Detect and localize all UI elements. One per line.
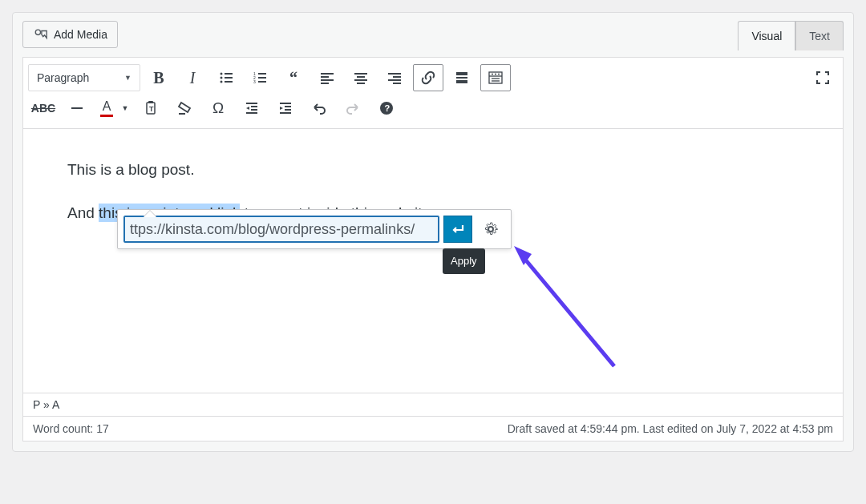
clear-formatting-button[interactable] (169, 95, 200, 122)
outdent-button[interactable] (237, 95, 267, 122)
svg-rect-23 (388, 79, 401, 81)
svg-marker-52 (514, 246, 532, 265)
svg-rect-48 (280, 112, 291, 114)
content-editor[interactable]: This is a blog post. And this is an inte… (22, 129, 844, 393)
svg-rect-16 (321, 83, 329, 84)
link-url-input[interactable] (123, 216, 439, 243)
svg-rect-4 (225, 77, 233, 79)
svg-point-0 (35, 30, 40, 34)
add-media-label: Add Media (54, 28, 107, 41)
svg-rect-13 (321, 73, 334, 75)
svg-rect-47 (285, 109, 291, 111)
fullscreen-button[interactable] (807, 64, 838, 91)
svg-line-51 (522, 256, 614, 366)
apply-link-button[interactable]: Apply (443, 216, 472, 243)
toolbar-row-1: Paragraph B I 123 “ (28, 62, 838, 93)
align-center-button[interactable] (346, 64, 376, 91)
word-count: Word count: 17 (33, 422, 109, 435)
svg-point-3 (221, 77, 223, 79)
paste-text-button[interactable]: T (136, 95, 166, 122)
save-status: Draft saved at 4:59:44 pm. Last edited o… (508, 422, 833, 435)
svg-rect-26 (456, 77, 467, 79)
svg-rect-25 (456, 72, 467, 75)
svg-rect-37 (148, 101, 153, 103)
align-right-button[interactable] (379, 64, 410, 91)
svg-point-5 (221, 81, 223, 83)
svg-rect-15 (321, 79, 334, 81)
add-media-button[interactable]: Add Media (22, 21, 118, 48)
gear-icon (483, 221, 499, 237)
italic-button[interactable]: I (177, 64, 208, 91)
tab-text[interactable]: Text (795, 21, 844, 50)
editor-top-bar: Add Media Visual Text (13, 13, 853, 50)
svg-rect-12 (258, 81, 266, 83)
annotation-arrow (514, 246, 626, 374)
indent-button[interactable] (270, 95, 301, 122)
special-character-button[interactable]: Ω (203, 95, 233, 122)
enter-icon (450, 221, 466, 237)
svg-point-1 (221, 73, 223, 75)
redo-button[interactable] (338, 95, 368, 122)
help-button[interactable]: ? (371, 95, 402, 122)
svg-marker-41 (246, 107, 249, 110)
align-left-button[interactable] (312, 64, 342, 91)
svg-rect-21 (388, 73, 401, 75)
svg-rect-42 (251, 109, 257, 111)
svg-rect-19 (354, 79, 367, 81)
svg-text:?: ? (385, 103, 391, 113)
toolbar-toggle-button[interactable] (480, 64, 511, 91)
undo-button[interactable] (304, 95, 334, 122)
editor-tabs: Visual Text (738, 21, 844, 50)
svg-rect-10 (258, 77, 266, 79)
text-color-button[interactable]: A ▼ (95, 95, 132, 122)
toolbar-row-2: ABC A ▼ T Ω (28, 93, 838, 123)
text-color-dropdown[interactable]: ▼ (118, 95, 132, 122)
svg-rect-6 (225, 81, 233, 83)
svg-text:3: 3 (253, 79, 256, 84)
insert-more-button[interactable] (447, 64, 477, 91)
element-path[interactable]: P » A (23, 393, 843, 417)
apply-tooltip: Apply (443, 248, 485, 274)
svg-rect-40 (251, 106, 257, 107)
svg-rect-17 (354, 73, 367, 75)
paragraph-1: This is a blog post. (67, 157, 799, 183)
svg-rect-22 (393, 76, 401, 78)
svg-marker-46 (280, 107, 283, 110)
svg-rect-27 (456, 80, 467, 83)
svg-rect-20 (357, 83, 365, 84)
tab-visual[interactable]: Visual (738, 21, 795, 50)
svg-rect-39 (246, 103, 257, 104)
bold-button[interactable]: B (144, 64, 174, 91)
svg-rect-14 (321, 76, 329, 78)
format-dropdown[interactable]: Paragraph (28, 64, 140, 91)
svg-rect-2 (225, 73, 233, 75)
bullet-list-button[interactable] (211, 64, 241, 91)
svg-rect-45 (285, 106, 291, 107)
strikethrough-button[interactable]: ABC (28, 95, 59, 122)
svg-rect-44 (280, 103, 291, 104)
svg-rect-8 (258, 73, 266, 75)
svg-rect-18 (357, 76, 365, 78)
media-icon (33, 27, 49, 42)
insert-link-button[interactable] (413, 64, 443, 91)
svg-rect-24 (393, 83, 401, 84)
editor-footer: P » A Word count: 17 Draft saved at 4:59… (22, 393, 844, 442)
editor-container: Add Media Visual Text Paragraph B I 123 … (12, 12, 854, 452)
link-inline-toolbar: Apply (117, 209, 512, 249)
horizontal-rule-button[interactable] (62, 95, 92, 122)
svg-rect-43 (246, 112, 257, 114)
svg-rect-35 (71, 107, 83, 109)
toolbar: Paragraph B I 123 “ (22, 57, 844, 129)
status-bar: Word count: 17 Draft saved at 4:59:44 pm… (23, 417, 843, 441)
link-settings-button[interactable] (476, 216, 505, 243)
numbered-list-button[interactable]: 123 (245, 64, 275, 91)
blockquote-button[interactable]: “ (278, 64, 309, 91)
svg-text:T: T (149, 105, 154, 113)
